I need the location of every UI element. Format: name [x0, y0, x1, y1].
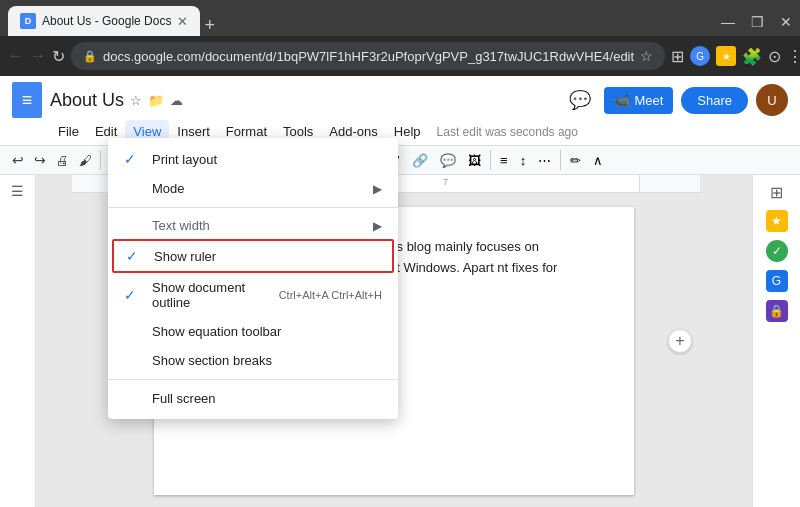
docs-logo: ≡	[12, 82, 42, 118]
extensions-icon[interactable]: 🧩	[742, 47, 762, 66]
menu-icon[interactable]: ⋮	[787, 47, 800, 66]
menu-separator-2	[108, 379, 398, 380]
align-button[interactable]: ≡	[495, 151, 513, 170]
line-spacing-button[interactable]: ↕	[515, 151, 532, 170]
check-print-icon: ✓	[124, 151, 144, 167]
right-icon-3[interactable]: ✓	[766, 240, 788, 262]
outline-shortcut: Ctrl+Alt+A Ctrl+Alt+H	[279, 289, 382, 301]
textwidth-arrow-icon: ▶	[373, 219, 382, 233]
browser-chrome: D About Us - Google Docs ✕ + — ❒ ✕	[0, 0, 800, 36]
ext-icon-2[interactable]: G	[690, 46, 710, 66]
fullscreen-label: Full screen	[152, 391, 382, 406]
more-button[interactable]: ⋯	[533, 151, 556, 170]
window-controls: — ❒ ✕	[721, 14, 792, 36]
undo-button[interactable]: ↩	[8, 150, 28, 170]
toolbar-separator-1	[100, 150, 101, 170]
menu-mode[interactable]: Mode ▶	[108, 174, 398, 203]
back-button[interactable]: ←	[8, 47, 24, 65]
doc-cloud-icon[interactable]: ☁	[170, 93, 183, 108]
menu-show-outline[interactable]: ✓ Show document outline Ctrl+Alt+A Ctrl+…	[108, 273, 398, 317]
docs-title[interactable]: About Us	[50, 90, 124, 111]
mode-arrow-icon: ▶	[373, 182, 382, 196]
close-icon[interactable]: ✕	[780, 14, 792, 30]
profile-icon[interactable]: ⊙	[768, 47, 781, 66]
url-bar[interactable]: 🔒 docs.google.com/document/d/1bqPW7lF1hH…	[71, 42, 665, 70]
last-edit-text: Last edit was seconds ago	[437, 125, 578, 139]
menu-show-ruler[interactable]: ✓ Show ruler	[112, 239, 394, 273]
menu-item-file[interactable]: File	[50, 120, 87, 143]
menu-print-layout[interactable]: ✓ Print layout	[108, 144, 398, 174]
check-outline-icon: ✓	[124, 287, 144, 303]
tab-favicon: D	[20, 13, 36, 29]
print-layout-label: Print layout	[152, 152, 382, 167]
url-text: docs.google.com/document/d/1bqPW7lF1hHF3…	[103, 49, 634, 64]
hide-controls-button[interactable]: ∧	[588, 151, 608, 170]
star-icon[interactable]: ☆	[640, 48, 653, 64]
docs-header-right: 💬 📹 Meet Share U	[564, 84, 788, 116]
print-button[interactable]: 🖨	[52, 151, 73, 170]
menu-separator-1	[108, 207, 398, 208]
docs-title-area: About Us ☆ 📁 ☁	[50, 90, 556, 111]
show-outline-label: Show document outline	[152, 280, 271, 310]
comment-button[interactable]: 💬	[564, 84, 596, 116]
add-comment-button[interactable]: +	[668, 329, 692, 353]
ext-icon-3[interactable]: ★	[716, 46, 736, 66]
menu-show-section[interactable]: Show section breaks	[108, 346, 398, 375]
address-bar: ← → ↻ 🔒 docs.google.com/document/d/1bqPW…	[0, 36, 800, 76]
refresh-button[interactable]: ↻	[52, 47, 65, 66]
image-button[interactable]: 🖼	[463, 151, 486, 170]
docs-container: ≡ About Us ☆ 📁 ☁ 💬 📹 Meet Share U File E…	[0, 76, 800, 507]
show-section-label: Show section breaks	[152, 353, 382, 368]
right-icon-4[interactable]: G	[766, 270, 788, 292]
input-tools-button[interactable]: ✏	[565, 151, 586, 170]
tab-title: About Us - Google Docs	[42, 14, 171, 28]
right-icon-5[interactable]: 🔒	[766, 300, 788, 322]
check-ruler-icon: ✓	[126, 248, 146, 264]
doc-location-icon[interactable]: 📁	[148, 93, 164, 108]
view-dropdown-menu: ✓ Print layout Mode ▶ Text width ▶ ✓ Sho…	[108, 138, 398, 419]
docs-title-row: About Us ☆ 📁 ☁	[50, 90, 556, 111]
left-sidebar: ☰	[0, 175, 36, 507]
add-icon: +	[675, 332, 684, 350]
meet-label: Meet	[634, 93, 663, 108]
lock-icon: 🔒	[83, 50, 97, 63]
minimize-icon[interactable]: —	[721, 14, 735, 30]
ext-icon-1[interactable]: ⊞	[671, 47, 684, 66]
menu-fullscreen[interactable]: Full screen	[108, 384, 398, 413]
forward-button[interactable]: →	[30, 47, 46, 65]
avatar[interactable]: U	[756, 84, 788, 116]
browser-tab[interactable]: D About Us - Google Docs ✕	[8, 6, 200, 36]
outline-icon[interactable]: ☰	[11, 183, 24, 199]
menu-show-equation[interactable]: Show equation toolbar	[108, 317, 398, 346]
right-icon-1[interactable]: ⊞	[770, 183, 783, 202]
comment-inline-button[interactable]: 💬	[435, 151, 461, 170]
redo-button[interactable]: ↪	[30, 150, 50, 170]
docs-header: ≡ About Us ☆ 📁 ☁ 💬 📹 Meet Share U	[0, 76, 800, 118]
link-button[interactable]: 🔗	[407, 151, 433, 170]
new-tab-button[interactable]: +	[204, 15, 215, 36]
paint-button[interactable]: 🖌	[75, 151, 96, 170]
show-ruler-label: Show ruler	[154, 249, 380, 264]
right-icon-2[interactable]: ★	[766, 210, 788, 232]
meet-icon: 📹	[614, 93, 630, 108]
toolbar-separator-5	[490, 150, 491, 170]
right-panel: ⊞ ★ ✓ G 🔒	[752, 175, 800, 507]
toolbar-separator-6	[560, 150, 561, 170]
show-equation-label: Show equation toolbar	[152, 324, 382, 339]
star-doc-icon[interactable]: ☆	[130, 93, 142, 108]
meet-button[interactable]: 📹 Meet	[604, 87, 673, 114]
tab-close-icon[interactable]: ✕	[177, 14, 188, 29]
text-width-label: Text width	[152, 218, 365, 233]
mode-label: Mode	[152, 181, 365, 196]
maximize-icon[interactable]: ❒	[751, 14, 764, 30]
browser-extensions: ⊞ G ★ 🧩 ⊙ ⋮	[671, 46, 800, 66]
share-button[interactable]: Share	[681, 87, 748, 114]
text-width-section[interactable]: Text width ▶	[108, 212, 398, 239]
